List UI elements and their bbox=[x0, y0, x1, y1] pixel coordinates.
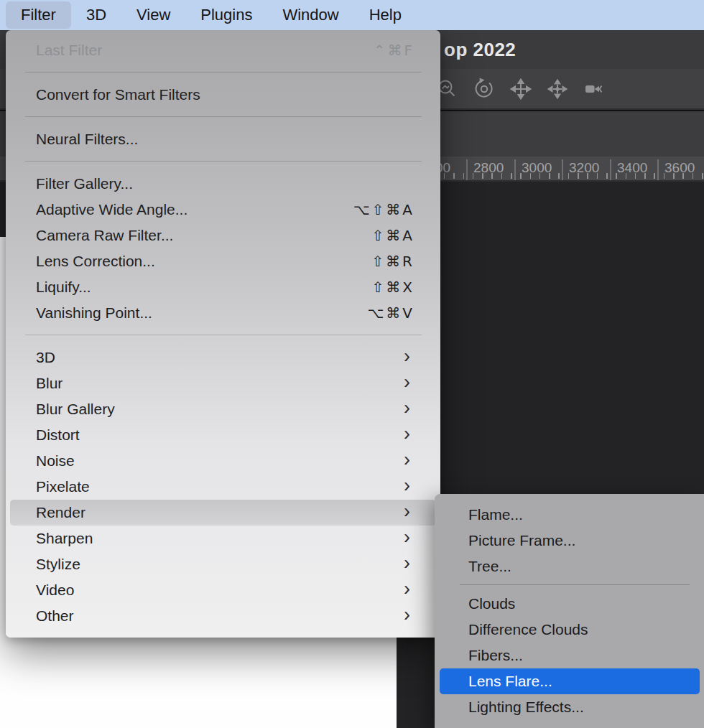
menu-bar: Filter3DViewPluginsWindowHelp bbox=[0, 0, 704, 30]
menu-item-camera-raw-filter[interactable]: Camera Raw Filter...⇧⌘A bbox=[10, 223, 436, 248]
submenu-chevron-icon: › bbox=[404, 528, 427, 547]
menu-item-lens-correction[interactable]: Lens Correction...⇧⌘R bbox=[10, 248, 436, 274]
menu-item-lens-flare[interactable]: Lens Flare... bbox=[440, 668, 700, 694]
submenu-chevron-icon: › bbox=[404, 450, 427, 470]
menu-item-shortcut: ⌥⌘V bbox=[367, 304, 427, 322]
pan-3d-icon[interactable] bbox=[509, 77, 533, 101]
menu-item-video[interactable]: Video› bbox=[10, 577, 436, 603]
menu-item-adaptive-wide-angle[interactable]: Adaptive Wide Angle...⌥⇧⌘A bbox=[10, 197, 436, 223]
menu-item-label: Stylize bbox=[36, 556, 80, 573]
ruler-major-tick bbox=[466, 159, 468, 180]
submenu-chevron-icon: › bbox=[404, 502, 427, 521]
submenu-chevron-icon: › bbox=[404, 347, 427, 366]
submenu-chevron-icon: › bbox=[404, 398, 427, 418]
menu-item-blur-gallery[interactable]: Blur Gallery› bbox=[10, 396, 436, 422]
menu-item-neural-filters[interactable]: Neural Filters... bbox=[10, 126, 436, 152]
menu-item-label: Blur Gallery bbox=[36, 401, 115, 418]
menubar-item-plugins[interactable]: Plugins bbox=[185, 1, 267, 29]
camera-3d-icon[interactable] bbox=[582, 77, 606, 101]
menu-item-label: Lens Correction... bbox=[36, 253, 155, 270]
screen: op 2022 0028003000320034003600 Filter3DV… bbox=[0, 0, 704, 728]
filter-menu: Last Filter⌃⌘FConvert for Smart FiltersN… bbox=[6, 30, 440, 638]
submenu-chevron-icon: › bbox=[404, 373, 427, 392]
menu-item-label: Tree... bbox=[468, 558, 511, 575]
menu-item-label: Difference Clouds bbox=[468, 621, 588, 638]
menu-item-shortcut: ⌥⇧⌘A bbox=[353, 201, 428, 218]
menu-item-blur[interactable]: Blur› bbox=[10, 370, 436, 396]
menu-item-label: Filter Gallery... bbox=[36, 175, 133, 192]
menu-item-flame[interactable]: Flame... bbox=[440, 502, 700, 528]
menu-item-3d[interactable]: 3D› bbox=[10, 345, 436, 370]
submenu-chevron-icon: › bbox=[404, 476, 427, 495]
ruler-label: 3000 bbox=[522, 160, 552, 176]
menu-separator bbox=[25, 116, 422, 117]
menubar-item-label: Plugins bbox=[200, 6, 252, 24]
menu-item-label: Last Filter bbox=[36, 42, 102, 59]
window-title: op 2022 bbox=[444, 39, 516, 61]
menu-item-tree[interactable]: Tree... bbox=[440, 554, 700, 579]
menu-item-other[interactable]: Other› bbox=[10, 603, 436, 629]
menu-item-convert-for-smart-filters[interactable]: Convert for Smart Filters bbox=[10, 82, 436, 108]
menu-item-label: Flame... bbox=[468, 506, 523, 523]
slide-3d-icon[interactable] bbox=[545, 77, 570, 101]
menubar-item-view[interactable]: View bbox=[121, 1, 185, 29]
menu-item-label: Distort bbox=[36, 426, 80, 444]
ruler-label: 3600 bbox=[664, 160, 695, 176]
menu-item-label: Other bbox=[36, 607, 74, 625]
ruler-major-tick bbox=[562, 159, 563, 180]
submenu-chevron-icon: › bbox=[404, 579, 427, 599]
menu-item-label: Liquify... bbox=[36, 279, 91, 296]
ruler-label: 3200 bbox=[569, 160, 599, 176]
menu-separator bbox=[25, 161, 422, 162]
menu-item-label: Picture Frame... bbox=[468, 532, 575, 549]
menu-item-difference-clouds[interactable]: Difference Clouds bbox=[440, 617, 700, 643]
ruler-major-tick bbox=[657, 159, 659, 180]
menu-item-label: Fibers... bbox=[468, 647, 523, 664]
menu-item-label: Sharpen bbox=[36, 530, 93, 547]
ruler-major-tick bbox=[514, 159, 516, 180]
menu-item-label: Noise bbox=[36, 452, 75, 470]
menu-item-noise[interactable]: Noise› bbox=[10, 448, 436, 474]
menubar-item-label: Help bbox=[369, 6, 402, 24]
ruler-minor-ticks bbox=[415, 173, 704, 179]
menubar-item-help[interactable]: Help bbox=[354, 1, 417, 29]
menu-item-liquify[interactable]: Liquify...⇧⌘X bbox=[10, 274, 436, 300]
menu-item-label: Blur bbox=[36, 375, 62, 392]
menu-item-shortcut: ⇧⌘A bbox=[372, 227, 427, 244]
menu-item-last-filter: Last Filter⌃⌘F bbox=[10, 37, 436, 63]
menu-item-distort[interactable]: Distort› bbox=[10, 422, 436, 448]
menu-item-stylize[interactable]: Stylize› bbox=[10, 551, 436, 577]
menu-item-render[interactable]: Render› bbox=[10, 500, 436, 526]
render-submenu: Flame...Picture Frame...Tree...CloudsDif… bbox=[435, 494, 704, 728]
menu-item-label: Clouds bbox=[468, 595, 515, 612]
menu-item-clouds[interactable]: Clouds bbox=[440, 591, 700, 617]
ruler-label: 2800 bbox=[473, 160, 504, 176]
menu-item-label: Pixelate bbox=[36, 478, 90, 495]
submenu-chevron-icon: › bbox=[404, 605, 427, 625]
menu-item-label: Render bbox=[36, 504, 85, 521]
menubar-item-filter[interactable]: Filter bbox=[6, 1, 71, 29]
menu-item-label: Vanishing Point... bbox=[36, 304, 152, 322]
menu-item-shortcut: ⇧⌘X bbox=[372, 279, 427, 296]
orbit-3d-icon[interactable] bbox=[472, 77, 496, 101]
menubar-item-label: Filter bbox=[21, 6, 56, 24]
menubar-item-window[interactable]: Window bbox=[267, 1, 353, 29]
menu-item-lighting-effects[interactable]: Lighting Effects... bbox=[440, 694, 700, 720]
menu-item-label: 3D bbox=[36, 349, 55, 366]
menubar-item-3d[interactable]: 3D bbox=[71, 1, 121, 29]
menu-item-label: Convert for Smart Filters bbox=[36, 86, 200, 103]
menu-item-picture-frame[interactable]: Picture Frame... bbox=[440, 528, 700, 554]
menu-separator bbox=[460, 584, 690, 585]
menubar-item-label: Window bbox=[282, 6, 338, 24]
menu-item-label: Video bbox=[36, 582, 74, 599]
menu-separator bbox=[25, 72, 422, 73]
menu-item-filter-gallery[interactable]: Filter Gallery... bbox=[10, 171, 436, 197]
menu-item-vanishing-point[interactable]: Vanishing Point...⌥⌘V bbox=[10, 300, 436, 326]
menubar-item-label: 3D bbox=[86, 6, 106, 24]
menu-item-pixelate[interactable]: Pixelate› bbox=[10, 474, 436, 500]
menu-item-fibers[interactable]: Fibers... bbox=[440, 643, 700, 668]
menu-item-sharpen[interactable]: Sharpen› bbox=[10, 526, 436, 551]
submenu-chevron-icon: › bbox=[404, 554, 427, 573]
menu-item-shortcut: ⌃⌘F bbox=[374, 42, 427, 59]
menu-item-label: Neural Filters... bbox=[36, 131, 138, 148]
